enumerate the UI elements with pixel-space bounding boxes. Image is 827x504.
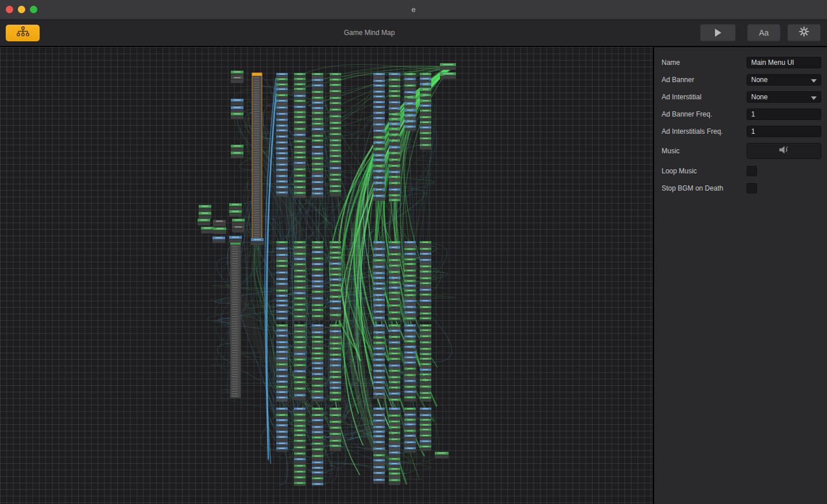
inspector-row-stop-bgm: Stop BGM on Death xyxy=(662,183,821,194)
chevron-down-icon xyxy=(811,79,817,83)
ad-banner-label: Ad Banner xyxy=(662,76,747,84)
music-label: Music xyxy=(662,147,747,155)
gear-icon xyxy=(798,26,810,40)
mindmap-canvas[interactable] xyxy=(0,47,653,504)
mindmap-button[interactable] xyxy=(6,25,40,41)
speaker-icon xyxy=(778,145,790,157)
chevron-down-icon xyxy=(811,96,817,100)
name-label: Name xyxy=(662,59,747,67)
loop-music-label: Loop Music xyxy=(662,167,747,175)
music-button[interactable] xyxy=(747,143,821,159)
inspector-row-name: Name xyxy=(662,57,821,68)
font-button[interactable]: Aa xyxy=(747,24,780,41)
inspector-row-ad-banner: Ad Banner None xyxy=(662,74,821,86)
ad-interstitial-select[interactable]: None xyxy=(747,91,821,103)
window-titlebar: e xyxy=(0,0,827,19)
toolbar: Game Mind Map Aa xyxy=(0,19,827,47)
window-title: e xyxy=(0,5,827,14)
play-button[interactable] xyxy=(700,24,736,41)
settings-button[interactable] xyxy=(787,24,821,41)
inspector-row-music: Music xyxy=(662,143,821,159)
loop-music-checkbox[interactable] xyxy=(747,166,757,176)
ad-banner-freq-input[interactable] xyxy=(747,108,821,120)
stop-bgm-checkbox[interactable] xyxy=(747,183,757,193)
inspector-panel: Name Ad Banner None Ad Interstitial None xyxy=(653,47,827,504)
app-window: e Game Mind Map Aa xyxy=(0,0,827,504)
inspector-row-ad-interstitial: Ad Interstitial None xyxy=(662,91,821,103)
ad-interstitials-freq-input[interactable] xyxy=(747,126,821,137)
ad-banner-freq-label: Ad Banner Freq. xyxy=(662,110,747,118)
toolbar-title: Game Mind Map xyxy=(344,19,395,46)
inspector-row-ad-interstitials-freq: Ad Interstitials Freq. xyxy=(662,126,821,137)
inspector-row-loop-music: Loop Music xyxy=(662,165,821,177)
ad-interstitials-freq-label: Ad Interstitials Freq. xyxy=(662,127,747,135)
name-input[interactable] xyxy=(747,57,821,68)
inspector-row-ad-banner-freq: Ad Banner Freq. xyxy=(662,108,821,120)
ad-banner-select[interactable]: None xyxy=(747,74,821,86)
ad-interstitial-label: Ad Interstitial xyxy=(662,93,747,101)
node-graph xyxy=(0,47,653,504)
tree-hierarchy-icon xyxy=(16,26,30,41)
play-icon xyxy=(715,29,721,37)
stop-bgm-label: Stop BGM on Death xyxy=(662,184,747,192)
